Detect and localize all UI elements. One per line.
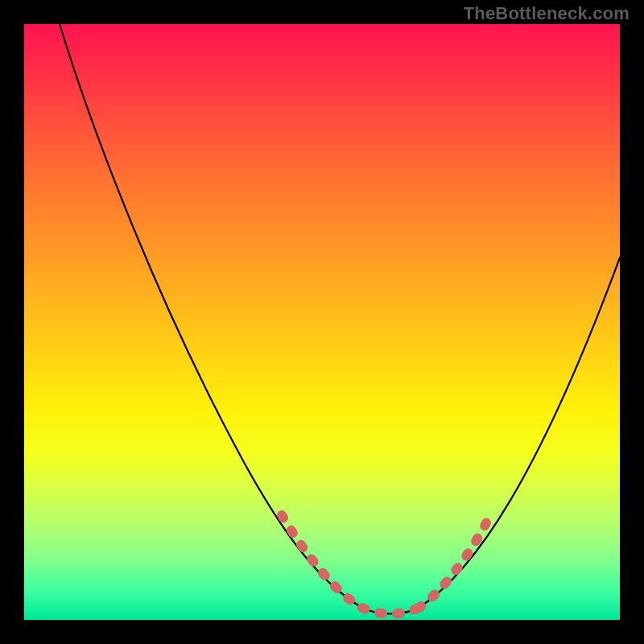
marker-left-icon: [282, 515, 362, 608]
curve-left-arm: [60, 24, 362, 608]
plot-gradient-area: [24, 24, 620, 620]
chart-frame: TheBottleneck.com: [0, 0, 644, 644]
curve-right-arm: [419, 258, 620, 608]
bottleneck-curve-svg: [24, 24, 620, 620]
marker-right-icon: [419, 514, 491, 608]
watermark-text: TheBottleneck.com: [464, 3, 630, 24]
